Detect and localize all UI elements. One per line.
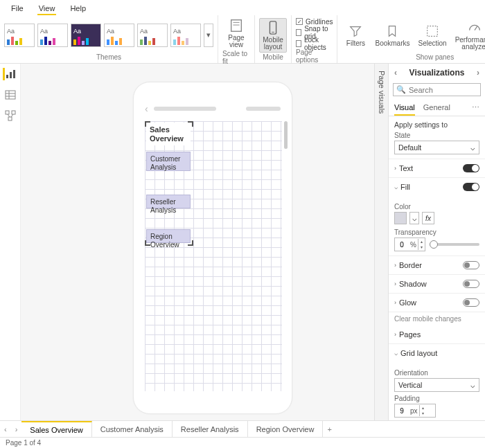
- selection-pane-button[interactable]: Selection: [415, 22, 449, 48]
- fx-button[interactable]: fx: [422, 212, 434, 224]
- performance-analyzer-button[interactable]: Performance analyzer: [452, 19, 485, 52]
- color-swatch[interactable]: [394, 212, 407, 224]
- data-view-icon[interactable]: [4, 89, 17, 101]
- padding-spinner[interactable]: px ▴▾: [394, 404, 436, 418]
- color-label: Color: [394, 203, 479, 210]
- gauge-icon: [467, 20, 482, 35]
- border-section-header[interactable]: ›Border: [389, 256, 485, 275]
- chevron-down-icon: ⌵: [470, 143, 475, 152]
- mobile-grid[interactable]: ✕ Sales Overview Customer Analysis Resel…: [145, 121, 282, 391]
- ribbon: Aa Aa Aa Aa Aa Aa ▾ Themes Page view Sca…: [0, 15, 485, 64]
- search-box[interactable]: 🔍: [393, 83, 481, 96]
- theme-option[interactable]: Aa: [71, 24, 101, 47]
- svg-rect-5: [427, 26, 438, 36]
- orientation-dropdown[interactable]: Vertical⌵: [394, 378, 479, 392]
- shadow-section-header[interactable]: ›Shadow: [389, 275, 485, 294]
- mobile-layout-button[interactable]: Mobile layout: [259, 18, 287, 53]
- visual-card[interactable]: Customer Analysis: [146, 152, 191, 171]
- fill-section-header[interactable]: ⌵Fill: [389, 178, 485, 196]
- themes-gallery[interactable]: Aa Aa Aa Aa Aa Aa ▾: [4, 24, 213, 47]
- page-options-label: Page options: [296, 48, 333, 64]
- page-tab[interactable]: Sales Overview: [21, 421, 91, 437]
- themes-group-label: Themes: [96, 53, 121, 62]
- svg-rect-17: [12, 111, 15, 114]
- theme-option[interactable]: Aa: [137, 24, 168, 47]
- transparency-slider[interactable]: [430, 243, 479, 246]
- pages-section-header[interactable]: ›Pages: [389, 325, 485, 344]
- transparency-label: Transparency: [394, 229, 479, 236]
- menu-file[interactable]: File: [10, 3, 25, 15]
- border-toggle[interactable]: [463, 261, 479, 269]
- svg-rect-11: [13, 70, 15, 78]
- text-section-header[interactable]: ›Text: [389, 159, 485, 178]
- left-nav: [0, 64, 21, 420]
- svg-rect-0: [231, 20, 242, 32]
- tab-next[interactable]: ›: [11, 425, 22, 433]
- selection-outline[interactable]: ✕ Sales Overview Customer Analysis Resel…: [145, 121, 193, 246]
- theme-option[interactable]: Aa: [170, 24, 201, 47]
- theme-option[interactable]: Aa: [104, 24, 134, 47]
- svg-rect-10: [10, 72, 12, 78]
- panel-collapse-right[interactable]: ›: [477, 68, 479, 78]
- fill-toggle[interactable]: [463, 183, 479, 191]
- filter-icon: [348, 24, 363, 39]
- tab-general[interactable]: General: [423, 100, 450, 116]
- theme-option[interactable]: Aa: [4, 24, 35, 47]
- title-card[interactable]: Sales Overview: [146, 123, 191, 145]
- padding-label: Padding: [394, 395, 479, 402]
- spin-up[interactable]: ▴: [420, 405, 426, 411]
- search-icon: 🔍: [396, 85, 406, 94]
- menu-view[interactable]: View: [37, 3, 57, 15]
- filters-pane-button[interactable]: Filters: [342, 22, 369, 48]
- theme-option[interactable]: Aa: [37, 24, 68, 47]
- back-icon: ‹: [145, 103, 148, 114]
- mobile-icon: [265, 20, 281, 35]
- tab-prev[interactable]: ‹: [0, 425, 11, 433]
- spin-down[interactable]: ▾: [420, 411, 426, 416]
- report-view-icon[interactable]: [3, 68, 15, 80]
- tab-visual[interactable]: Visual: [394, 100, 415, 116]
- svg-line-6: [475, 26, 477, 30]
- mobile-group-label: Mobile: [263, 53, 283, 62]
- svg-line-20: [11, 114, 13, 117]
- svg-rect-18: [8, 117, 12, 120]
- grid-layout-section-header[interactable]: ⌵Grid layout: [389, 344, 485, 362]
- svg-line-19: [8, 114, 10, 117]
- glow-toggle[interactable]: [463, 298, 479, 307]
- page-tab[interactable]: Region Overview: [248, 421, 324, 437]
- text-toggle[interactable]: [463, 164, 479, 172]
- more-options-icon[interactable]: ⋯: [472, 100, 479, 116]
- page-tab[interactable]: Customer Analysis: [92, 421, 173, 437]
- visual-card[interactable]: Reseller Analysis: [146, 195, 191, 208]
- clear-mobile-changes[interactable]: Clear mobile changes: [389, 312, 485, 325]
- bookmark-icon: [385, 24, 400, 39]
- search-input[interactable]: [409, 86, 485, 94]
- shadow-toggle[interactable]: [463, 280, 479, 288]
- visual-card[interactable]: Region Overview: [146, 229, 191, 243]
- menubar: File View Help: [0, 0, 485, 15]
- menu-help[interactable]: Help: [69, 3, 87, 15]
- mobile-frame: ‹ ✕ Sales Overview Customer Analysis Res…: [133, 82, 292, 414]
- svg-rect-16: [6, 111, 9, 114]
- bookmarks-pane-button[interactable]: Bookmarks: [372, 22, 412, 48]
- page-tab[interactable]: Reseller Analysis: [173, 421, 248, 437]
- canvas[interactable]: ‹ ✕ Sales Overview Customer Analysis Res…: [21, 64, 374, 420]
- transparency-spinner[interactable]: % ▴▾: [394, 238, 425, 251]
- grid-scrollbar[interactable]: [284, 121, 288, 149]
- model-view-icon[interactable]: [4, 109, 17, 122]
- visualizations-panel: ‹ Visualizations › 🔍 Visual General ⋯ Ap…: [388, 64, 485, 420]
- spin-down[interactable]: ▾: [418, 244, 425, 250]
- lock-checkbox[interactable]: Lock objects: [296, 39, 333, 48]
- add-page[interactable]: +: [323, 425, 335, 433]
- state-dropdown[interactable]: Default⌵: [394, 141, 479, 154]
- status-bar: Page 1 of 4: [0, 437, 485, 448]
- page-view-button[interactable]: Page view: [222, 17, 250, 50]
- apply-settings-label: Apply settings to: [394, 120, 479, 129]
- chevron-down-icon[interactable]: ⌵: [409, 212, 419, 224]
- chevron-down-icon: ⌵: [470, 381, 475, 389]
- spin-up[interactable]: ▴: [418, 239, 425, 244]
- glow-section-header[interactable]: ›Glow: [389, 294, 485, 312]
- page-visuals-collapsed[interactable]: Page visuals: [374, 64, 388, 420]
- panel-collapse-left[interactable]: ‹: [394, 68, 397, 78]
- themes-dropdown[interactable]: ▾: [204, 24, 213, 47]
